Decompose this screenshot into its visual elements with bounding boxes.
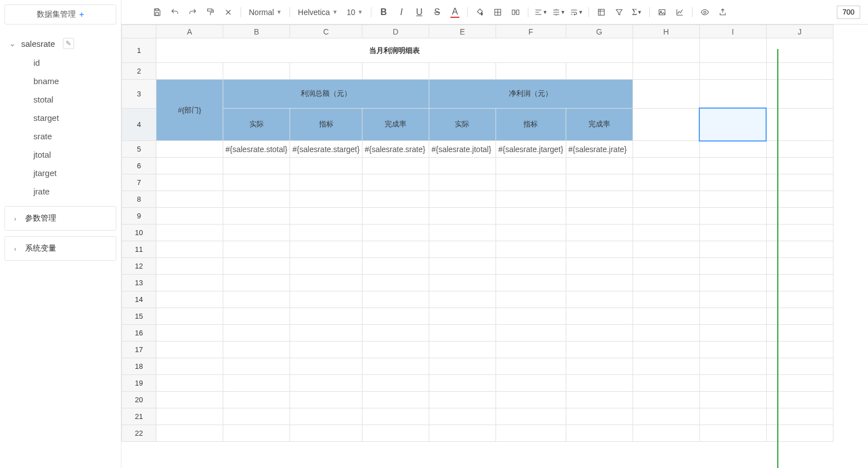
row-header-2[interactable]: 2 (122, 63, 156, 80)
row-header-20[interactable]: 20 (122, 392, 156, 408)
row-header-6[interactable]: 6 (122, 158, 156, 174)
cell-E21[interactable] (429, 408, 496, 425)
cell-I3[interactable] (699, 80, 766, 109)
cell-F12[interactable] (496, 258, 566, 275)
format-painter-icon[interactable] (203, 4, 218, 20)
cell-E18[interactable] (429, 358, 496, 375)
cell-G16[interactable] (566, 325, 632, 342)
cell-H15[interactable] (632, 308, 699, 325)
cell-B22[interactable] (223, 425, 290, 442)
cell-F22[interactable] (496, 425, 566, 442)
sub-header-2[interactable]: 完成率 (362, 108, 429, 140)
cell-F6[interactable] (496, 158, 566, 174)
cell-B5[interactable]: #{salesrate.stotal} (223, 141, 290, 158)
cell-E7[interactable] (429, 174, 496, 191)
cell-D22[interactable] (362, 425, 429, 442)
font-size-dropdown[interactable]: 10▼ (344, 8, 366, 17)
cell-D11[interactable] (362, 241, 429, 258)
bold-icon[interactable]: B (376, 4, 391, 20)
cell-B7[interactable] (223, 174, 290, 191)
cell-G20[interactable] (566, 392, 632, 408)
row-header-8[interactable]: 8 (122, 191, 156, 208)
cell-D14[interactable] (362, 291, 429, 308)
cell-A19[interactable] (156, 375, 223, 392)
cell-J12[interactable] (766, 258, 833, 275)
cell-G6[interactable] (566, 158, 632, 174)
cell-I16[interactable] (699, 325, 766, 342)
cell-I6[interactable] (699, 158, 766, 174)
cell-F2[interactable] (496, 63, 566, 80)
col-header-D[interactable]: D (362, 25, 429, 38)
cell-C13[interactable] (290, 275, 362, 291)
cell-F17[interactable] (496, 342, 566, 358)
cell-A6[interactable] (156, 158, 223, 174)
cell-H17[interactable] (632, 342, 699, 358)
cell-H4[interactable] (632, 108, 699, 140)
cell-G10[interactable] (566, 225, 632, 241)
cell-H10[interactable] (632, 225, 699, 241)
cell-B8[interactable] (223, 191, 290, 208)
cell-C6[interactable] (290, 158, 362, 174)
cell-B20[interactable] (223, 392, 290, 408)
cell-I13[interactable] (699, 275, 766, 291)
cell-F8[interactable] (496, 191, 566, 208)
cell-E2[interactable] (429, 63, 496, 80)
row-header-16[interactable]: 16 (122, 325, 156, 342)
cell-A20[interactable] (156, 392, 223, 408)
group2-header[interactable]: 净利润（元） (429, 80, 632, 109)
row-header-9[interactable]: 9 (122, 208, 156, 225)
cell-F19[interactable] (496, 375, 566, 392)
filter-icon[interactable] (611, 4, 627, 20)
cell-C17[interactable] (290, 342, 362, 358)
dept-header-cell[interactable]: #{部门} (156, 80, 223, 141)
cell-C8[interactable] (290, 191, 362, 208)
tree-field-jtarget[interactable]: jtarget (7, 164, 116, 182)
cell-H9[interactable] (632, 208, 699, 225)
cell-A13[interactable] (156, 275, 223, 291)
cell-I21[interactable] (699, 408, 766, 425)
cell-C9[interactable] (290, 208, 362, 225)
cell-C21[interactable] (290, 408, 362, 425)
cell-B17[interactable] (223, 342, 290, 358)
cell-J21[interactable] (766, 408, 833, 425)
sub-header-1[interactable]: 指标 (290, 108, 362, 140)
cell-J14[interactable] (766, 291, 833, 308)
cell-J8[interactable] (766, 191, 833, 208)
cell-J5[interactable] (766, 141, 833, 158)
cell-D2[interactable] (362, 63, 429, 80)
cell-I8[interactable] (699, 191, 766, 208)
cell-F16[interactable] (496, 325, 566, 342)
cell-J15[interactable] (766, 308, 833, 325)
cell-D19[interactable] (362, 375, 429, 392)
chart-icon[interactable] (672, 4, 688, 20)
cell-C22[interactable] (290, 425, 362, 442)
wrap-text-icon[interactable]: ▼ (568, 4, 584, 20)
cell-G21[interactable] (566, 408, 632, 425)
row-header-17[interactable]: 17 (122, 342, 156, 358)
zoom-input[interactable] (837, 6, 860, 19)
row-header-1[interactable]: 1 (122, 38, 156, 63)
row-header-7[interactable]: 7 (122, 174, 156, 191)
cell-A8[interactable] (156, 191, 223, 208)
cell-I20[interactable] (699, 392, 766, 408)
formula-icon[interactable]: Σ▼ (629, 4, 645, 20)
cell-C20[interactable] (290, 392, 362, 408)
cell-C7[interactable] (290, 174, 362, 191)
row-header-15[interactable]: 15 (122, 308, 156, 325)
cell-A16[interactable] (156, 325, 223, 342)
cell-D15[interactable] (362, 308, 429, 325)
cell-G9[interactable] (566, 208, 632, 225)
col-header-G[interactable]: G (566, 25, 632, 38)
row-header-10[interactable]: 10 (122, 225, 156, 241)
cell-I18[interactable] (699, 358, 766, 375)
cell-F15[interactable] (496, 308, 566, 325)
border-icon[interactable] (490, 4, 506, 20)
cell-D13[interactable] (362, 275, 429, 291)
cell-B19[interactable] (223, 375, 290, 392)
cell-E10[interactable] (429, 225, 496, 241)
selected-cell-I4[interactable] (699, 108, 766, 140)
cell-G18[interactable] (566, 358, 632, 375)
cell-D12[interactable] (362, 258, 429, 275)
cell-E17[interactable] (429, 342, 496, 358)
select-all-corner[interactable] (122, 25, 156, 38)
